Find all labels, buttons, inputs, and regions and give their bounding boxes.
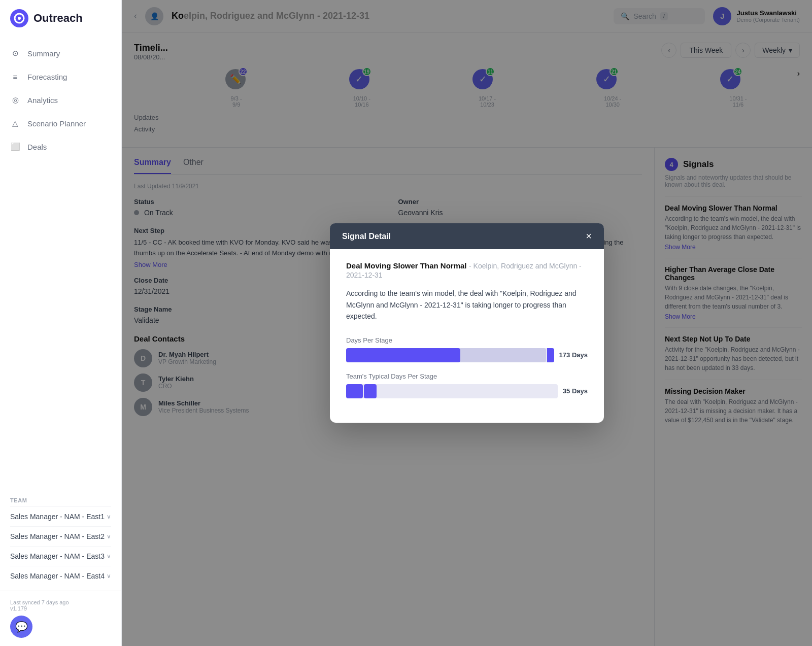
- team-item-label: Sales Manager - NAM - East2: [10, 532, 105, 540]
- modal-header-bar: Signal Detail ×: [330, 223, 604, 249]
- bar1-track: [346, 348, 554, 362]
- team-item-label: Sales Manager - NAM - East4: [10, 572, 105, 580]
- sidebar-item-scenario-planner[interactable]: △ Scenario Planner: [0, 112, 121, 135]
- bar2-container: 35 Days: [346, 384, 588, 398]
- team-item-east1[interactable]: Sales Manager - NAM - East1 ∨: [10, 506, 111, 526]
- scenario-planner-icon: △: [10, 118, 20, 128]
- bar-chart-1: Days Per Stage 173 Days: [346, 336, 588, 362]
- sidebar: Outreach ⊙ Summary ≡ Forecasting ◎ Analy…: [0, 0, 122, 646]
- sidebar-nav: ⊙ Summary ≡ Forecasting ◎ Analytics △ Sc…: [0, 37, 121, 492]
- sidebar-item-label: Summary: [27, 49, 60, 58]
- chevron-down-icon: ∨: [107, 513, 111, 520]
- bar1-label: Days Per Stage: [346, 336, 588, 344]
- logo-text: Outreach: [33, 12, 83, 25]
- bar1-container: 173 Days: [346, 348, 588, 362]
- chevron-down-icon: ∨: [107, 553, 111, 560]
- forecasting-icon: ≡: [10, 72, 20, 82]
- logo-icon: [10, 9, 28, 27]
- svg-point-1: [18, 17, 21, 20]
- modal-title-row: Deal Moving Slower Than Normal - Koelpin…: [346, 261, 588, 280]
- sidebar-item-analytics[interactable]: ◎ Analytics: [0, 88, 121, 112]
- signal-detail-modal: Signal Detail × Deal Moving Slower Than …: [330, 223, 604, 422]
- bar1-fill: [346, 348, 460, 362]
- chat-button[interactable]: 💬: [10, 616, 32, 638]
- team-item-label: Sales Manager - NAM - East1: [10, 513, 105, 521]
- modal-deal-title: Deal Moving Slower Than Normal: [346, 261, 467, 270]
- modal-overlay[interactable]: Signal Detail × Deal Moving Slower Than …: [122, 0, 812, 646]
- sidebar-item-summary[interactable]: ⊙ Summary: [0, 42, 121, 65]
- team-item-label: Sales Manager - NAM - East3: [10, 552, 105, 560]
- sidebar-item-label: Deals: [27, 143, 47, 151]
- bar-chart-2: Team's Typical Days Per Stage 35 Days: [346, 372, 588, 398]
- sidebar-item-forecasting[interactable]: ≡ Forecasting: [0, 65, 121, 88]
- chevron-down-icon: ∨: [107, 533, 111, 540]
- sidebar-item-deals[interactable]: ⬜ Deals: [0, 135, 121, 158]
- logo[interactable]: Outreach: [0, 0, 121, 37]
- bar2-track: [346, 384, 558, 398]
- sidebar-footer: Last synced 7 days ago v1.179 💬: [0, 591, 121, 646]
- bar2-fill-small: [346, 384, 363, 398]
- team-item-east3[interactable]: Sales Manager - NAM - East3 ∨: [10, 546, 111, 566]
- team-section: TEAM Sales Manager - NAM - East1 ∨ Sales…: [0, 492, 121, 591]
- bar1-value: 173 Days: [559, 351, 588, 359]
- sync-text: Last synced 7 days ago v1.179: [10, 599, 111, 611]
- bar2-fill-main: [364, 384, 377, 398]
- team-item-east4[interactable]: Sales Manager - NAM - East4 ∨: [10, 566, 111, 586]
- modal-description: According to the team's win model, the d…: [346, 288, 588, 322]
- main-content: ‹ 👤 Koelpin, Rodriguez and McGlynn - 202…: [122, 0, 812, 646]
- chevron-down-icon: ∨: [107, 572, 111, 580]
- modal-close-button[interactable]: ×: [586, 230, 592, 242]
- modal-header-title: Signal Detail: [342, 232, 391, 241]
- summary-icon: ⊙: [10, 48, 20, 58]
- sidebar-item-label: Scenario Planner: [27, 119, 86, 128]
- bar2-label: Team's Typical Days Per Stage: [346, 372, 588, 380]
- team-label: TEAM: [10, 497, 111, 503]
- sidebar-item-label: Analytics: [27, 96, 58, 105]
- deals-icon: ⬜: [10, 142, 20, 152]
- sidebar-item-label: Forecasting: [27, 73, 67, 81]
- bar2-value: 35 Days: [563, 387, 588, 395]
- team-item-east2[interactable]: Sales Manager - NAM - East2 ∨: [10, 526, 111, 546]
- analytics-icon: ◎: [10, 95, 20, 105]
